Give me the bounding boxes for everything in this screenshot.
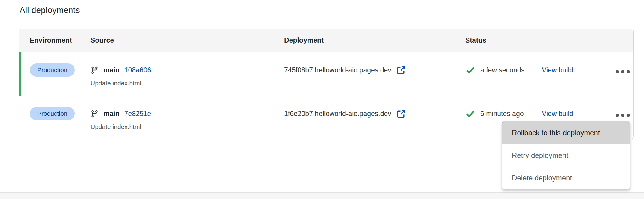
menu-item-delete[interactable]: Delete deployment <box>502 167 630 189</box>
commit-message: Update index.html <box>90 79 284 88</box>
menu-item-retry[interactable]: Retry deployment <box>502 144 630 167</box>
environment-badge: Production <box>30 107 75 120</box>
environment-cell: Production <box>30 96 90 139</box>
ellipsis-icon <box>616 70 619 73</box>
commit-link[interactable]: 108a606 <box>124 66 151 74</box>
table-header-row: Environment Source Deployment Status <box>19 29 633 52</box>
status-cell: a few seconds <box>465 52 542 96</box>
column-header-environment: Environment <box>30 36 90 44</box>
column-header-deployment: Deployment <box>284 36 465 44</box>
source-cell: main 108a606 Update index.html <box>90 52 284 96</box>
environment-cell: Production <box>30 52 90 96</box>
branch-name: main <box>103 110 120 118</box>
commit-message: Update index.html <box>90 122 284 131</box>
section-divider <box>0 192 644 199</box>
source-cell: main 7e8251e Update index.html <box>90 96 284 139</box>
deployment-url: 745f08b7.helloworld-aio.pages.dev <box>284 66 391 74</box>
external-link-icon[interactable] <box>396 109 406 119</box>
view-build-cell: View build <box>542 52 614 96</box>
status-time: a few seconds <box>480 66 524 74</box>
column-header-status: Status <box>465 36 542 44</box>
column-header-source: Source <box>90 36 284 44</box>
row-actions-button[interactable] <box>614 111 632 120</box>
branch-name: main <box>103 66 120 74</box>
check-icon <box>465 109 475 119</box>
table-row: Production main 108a606 Update index.htm… <box>19 52 633 96</box>
deployment-context-menu: Rollback to this deployment Retry deploy… <box>502 121 630 189</box>
page-title: All deployments <box>20 5 80 15</box>
view-build-link[interactable]: View build <box>542 110 573 118</box>
view-build-link[interactable]: View build <box>542 66 573 74</box>
menu-item-rollback[interactable]: Rollback to this deployment <box>502 121 630 144</box>
deployment-cell: 1f6e20b7.helloworld-aio.pages.dev <box>284 96 465 139</box>
check-icon <box>465 65 475 75</box>
commit-link[interactable]: 7e8251e <box>124 110 151 118</box>
git-branch-icon <box>90 110 99 118</box>
environment-badge: Production <box>30 63 75 77</box>
status-time: 6 minutes ago <box>480 110 524 118</box>
row-actions-button[interactable] <box>614 67 632 76</box>
actions-cell <box>614 52 633 96</box>
external-link-icon[interactable] <box>396 65 406 75</box>
deployment-url: 1f6e20b7.helloworld-aio.pages.dev <box>284 110 391 118</box>
current-deployment-indicator <box>19 52 21 96</box>
deployment-cell: 745f08b7.helloworld-aio.pages.dev <box>284 52 465 96</box>
ellipsis-icon <box>616 114 619 117</box>
git-branch-icon <box>90 66 99 74</box>
